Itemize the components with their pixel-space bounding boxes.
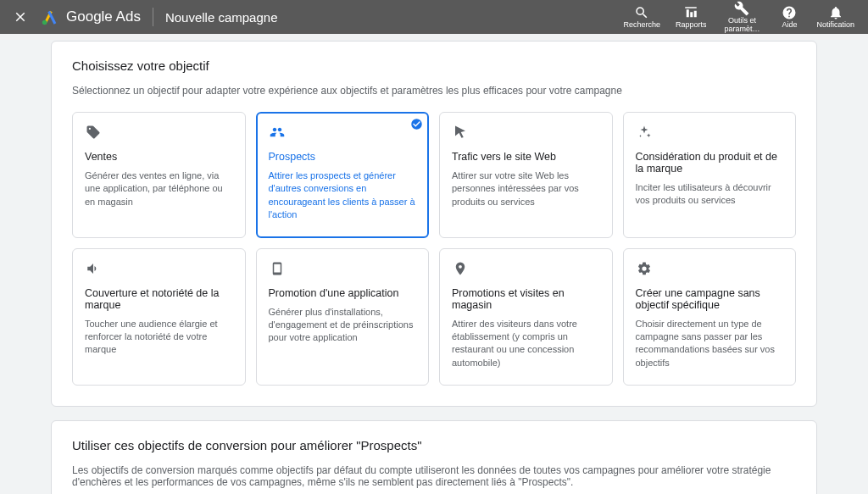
objective-sans-objectif[interactable]: Créer une campagne sans objectif spécifi… <box>623 248 797 386</box>
tool-notifications[interactable]: Notification <box>810 0 861 35</box>
conversion-card: Utiliser ces objectifs de conversion pou… <box>51 420 817 494</box>
objective-title: Créer une campagne sans objectif spécifi… <box>636 287 784 311</box>
objective-prospects[interactable]: Prospects Attirer les prospects et génér… <box>256 112 430 238</box>
objective-title: Trafic vers le site Web <box>452 151 600 163</box>
tag-icon <box>85 125 102 140</box>
sparkle-icon <box>636 125 653 140</box>
objective-title: Ventes <box>85 151 233 163</box>
objective-ventes[interactable]: Ventes Générer des ventes en ligne, via … <box>72 112 246 238</box>
objective-consideration[interactable]: Considération du produit et de la marque… <box>623 112 797 238</box>
tools-icon <box>734 1 749 16</box>
objective-title: Promotion d'une application <box>269 287 417 299</box>
brand-text: Google Ads <box>66 8 141 25</box>
objective-title: Prospects <box>269 151 417 163</box>
cursor-icon <box>452 125 469 140</box>
app-header: Google Ads Nouvelle campagne Recherche R… <box>0 0 868 34</box>
gear-icon <box>636 261 653 276</box>
tool-aide[interactable]: Aide <box>771 0 808 35</box>
conversion-subtitle: Les objectifs de conversion marqués comm… <box>72 464 796 488</box>
close-icon <box>13 9 28 25</box>
objective-desc: Attirer des visiteurs dans votre établis… <box>452 318 600 370</box>
objective-desc: Générer plus d'installations, d'engageme… <box>269 306 417 345</box>
reports-icon <box>683 5 698 20</box>
selected-check-icon <box>410 118 423 133</box>
notifications-icon <box>828 5 843 20</box>
logo: Google Ads <box>41 8 141 26</box>
pin-icon <box>452 261 469 276</box>
search-icon <box>634 5 649 20</box>
header-toolbar: Recherche Rapports Outils et paramèt… Ai… <box>616 0 861 35</box>
help-icon <box>782 5 797 20</box>
page-title: Nouvelle campagne <box>165 10 278 25</box>
objective-desc: Toucher une audience élargie et renforce… <box>85 318 233 357</box>
people-icon <box>269 125 286 140</box>
objective-desc: Inciter les utilisateurs à découvrir vos… <box>636 181 784 208</box>
tool-outils[interactable]: Outils et paramèt… <box>715 0 769 35</box>
objective-title: Considération du produit et de la marque <box>636 151 784 175</box>
tool-rapports[interactable]: Rapports <box>669 0 714 35</box>
objective-desc: Attirer les prospects et générer d'autre… <box>269 169 417 222</box>
objective-magasin[interactable]: Promotions et visites en magasin Attirer… <box>439 248 613 386</box>
objective-notoriete[interactable]: Couverture et notoriété de la marque Tou… <box>72 248 246 386</box>
conversion-title: Utiliser ces objectifs de conversion pou… <box>72 438 796 452</box>
objective-desc: Générer des ventes en ligne, via une app… <box>85 169 233 208</box>
speaker-icon <box>85 261 102 276</box>
phone-icon <box>269 261 286 276</box>
objective-title: Promotions et visites en magasin <box>452 287 600 311</box>
objective-application[interactable]: Promotion d'une application Générer plus… <box>256 248 430 386</box>
objectives-card: Choisissez votre objectif Sélectionnez u… <box>51 41 817 407</box>
objectives-title: Choisissez votre objectif <box>72 58 796 73</box>
close-button[interactable] <box>7 3 34 31</box>
objective-desc: Choisir directement un type de campagne … <box>636 318 784 370</box>
objective-desc: Attirer sur votre site Web les personnes… <box>452 169 600 208</box>
header-divider <box>153 8 153 26</box>
google-ads-logo-icon <box>41 8 59 26</box>
objective-trafic[interactable]: Trafic vers le site Web Attirer sur votr… <box>439 112 613 238</box>
objective-title: Couverture et notoriété de la marque <box>85 287 233 311</box>
objectives-subtitle: Sélectionnez un objectif pour adapter vo… <box>72 85 796 97</box>
svg-point-0 <box>42 20 47 25</box>
tool-recherche[interactable]: Recherche <box>616 0 667 35</box>
